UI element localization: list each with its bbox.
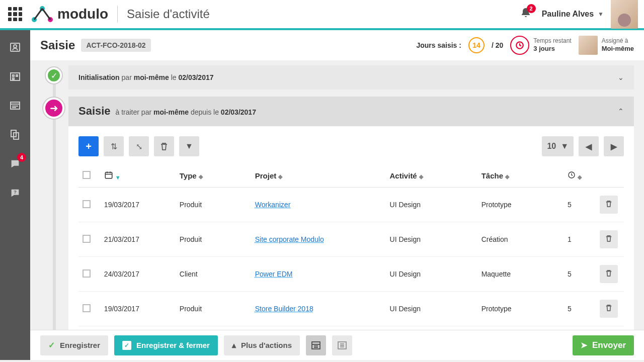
top-header: modulo Saisie d'activité 2 Pauline Alves…	[0, 0, 644, 30]
cell-time: 5	[564, 257, 596, 292]
row-checkbox[interactable]	[83, 269, 91, 278]
notif-badge: 2	[527, 4, 536, 13]
cell-date: 24/03/2017	[100, 257, 176, 292]
sort-date-icon[interactable]: ▼	[115, 174, 121, 180]
logo-icon	[31, 6, 53, 23]
cell-tache: Maquette	[477, 257, 564, 292]
cell-activite: UI Design	[386, 222, 477, 257]
next-page-button[interactable]: ▶	[604, 136, 624, 156]
project-link[interactable]: Store Builder 2018	[255, 305, 313, 313]
sort-button[interactable]: ⇅	[104, 136, 124, 156]
app-name: modulo	[57, 6, 108, 22]
sidebar-item-chat[interactable]: 4	[8, 157, 22, 171]
row-delete-button[interactable]	[600, 265, 618, 283]
select-all-checkbox[interactable]	[83, 171, 91, 179]
section-title: Saisie	[40, 38, 75, 52]
step-done-icon: ✓	[46, 67, 62, 83]
row-delete-button[interactable]	[600, 300, 618, 318]
chat-badge: 4	[17, 153, 26, 162]
send-icon: ➤	[581, 340, 587, 350]
time-value: 3 jours	[533, 45, 555, 52]
send-button[interactable]: ➤Envoyer	[573, 335, 634, 355]
row-checkbox[interactable]	[83, 235, 91, 243]
sidebar-item-building[interactable]	[8, 69, 22, 83]
expand-button[interactable]: ⤡	[129, 136, 149, 156]
page-size-select[interactable]: 10 ▼	[542, 136, 574, 156]
cell-time: 5	[564, 188, 596, 222]
apps-menu-button[interactable]	[6, 5, 24, 23]
table-row: 24/03/2017 Client Power EDM UI Design Ma…	[78, 257, 624, 292]
cell-type: Produit	[176, 222, 251, 257]
cell-date: 19/03/2017	[100, 188, 176, 222]
more-button[interactable]: ▼	[179, 136, 199, 156]
save-button[interactable]: ✓Enregistrer	[40, 335, 108, 355]
project-link[interactable]: Power EDM	[255, 270, 293, 278]
clock-col-icon	[568, 171, 576, 179]
svg-line-3	[34, 9, 42, 20]
assigned-value: Moi-même	[602, 45, 634, 52]
sidebar-item-copy[interactable]	[8, 128, 22, 142]
col-type[interactable]: Type	[180, 171, 197, 180]
row-checkbox[interactable]	[83, 304, 91, 312]
clock-icon	[510, 36, 529, 55]
sidebar-item-help[interactable]: ?	[8, 186, 22, 200]
delete-button[interactable]	[154, 136, 174, 156]
col-tache[interactable]: Tâche	[481, 171, 503, 180]
table-row: 19/03/2017 Produit Store Builder 2018 UI…	[78, 292, 624, 326]
cell-time: 1	[564, 222, 596, 257]
time-label: Temps restant	[533, 37, 571, 45]
chevron-up-icon: ⌃	[618, 107, 624, 115]
caret-down-icon: ▼	[598, 11, 604, 18]
more-actions-button[interactable]: ▴Plus d'actions	[224, 335, 300, 355]
user-avatar[interactable]	[611, 0, 638, 29]
row-delete-button[interactable]	[600, 196, 618, 214]
step-current-icon: ➜	[43, 98, 64, 119]
prev-page-button[interactable]: ◀	[579, 136, 599, 156]
cell-activite: UI Design	[386, 188, 477, 222]
cell-type: Produit	[176, 188, 251, 222]
days-label: Jours saisis :	[416, 41, 461, 49]
assigned-label: Assigné à	[602, 37, 634, 45]
svg-rect-19	[105, 172, 112, 178]
cell-tache: Prototype	[477, 188, 564, 222]
sidebar-item-news[interactable]	[8, 99, 22, 113]
logo[interactable]: modulo	[31, 6, 108, 23]
project-link[interactable]: Site corporate Modulo	[255, 235, 324, 243]
left-sidebar: 4 ?	[0, 30, 30, 360]
cell-type: Client	[176, 257, 251, 292]
cell-activite: UI Design	[386, 257, 477, 292]
assignee-avatar	[579, 36, 598, 55]
cell-time: 5	[564, 292, 596, 326]
svg-text:?: ?	[14, 190, 17, 195]
divider	[117, 6, 118, 23]
days-total: / 20	[492, 41, 503, 49]
cell-tache: Création	[477, 222, 564, 257]
content-area: ✓ ➜ Initialisation par moi-même le 02/03…	[30, 60, 644, 330]
table-row: 21/03/2017 Produit Site corporate Modulo…	[78, 222, 624, 257]
sidebar-item-profile[interactable]	[8, 40, 22, 54]
svg-rect-9	[16, 75, 18, 76]
table-row: 19/03/2017 Produit Workanizer UI Design …	[78, 188, 624, 222]
user-menu[interactable]: Pauline Alves ▼	[542, 10, 604, 19]
page-title: Saisie d'activité	[127, 7, 210, 21]
cell-activite: UI Design	[386, 292, 477, 326]
view-list-button[interactable]	[332, 335, 352, 355]
row-checkbox[interactable]	[83, 200, 91, 208]
add-row-button[interactable]: +	[78, 136, 99, 156]
table-panel: + ⇅ ⤡ ▼ 10 ▼ ◀ ▶	[68, 126, 634, 330]
col-activite[interactable]: Activité	[390, 171, 417, 180]
project-link[interactable]: Workanizer	[255, 201, 291, 209]
svg-point-6	[14, 45, 17, 48]
step-saisie-header[interactable]: Saisie à traiter par moi-même depuis le …	[68, 97, 634, 126]
save-close-button[interactable]: ✓Enregistrer & fermer	[114, 335, 218, 355]
col-projet[interactable]: Projet	[255, 171, 277, 180]
activity-table: ▼ Type◆ Projet◆ Activité◆ Tâche◆ ◆ 19/03…	[78, 164, 624, 326]
row-delete-button[interactable]	[600, 230, 618, 248]
step-initialisation[interactable]: Initialisation par moi-même le 02/03/201…	[68, 65, 634, 89]
view-detail-button[interactable]	[306, 335, 326, 355]
reference-chip: ACT-FCO-2018-02	[81, 39, 150, 52]
step-saisie-title: Saisie	[78, 105, 111, 117]
days-entered: 14	[468, 37, 485, 53]
svg-rect-10	[13, 78, 14, 79]
notifications-button[interactable]: 2	[521, 7, 531, 21]
